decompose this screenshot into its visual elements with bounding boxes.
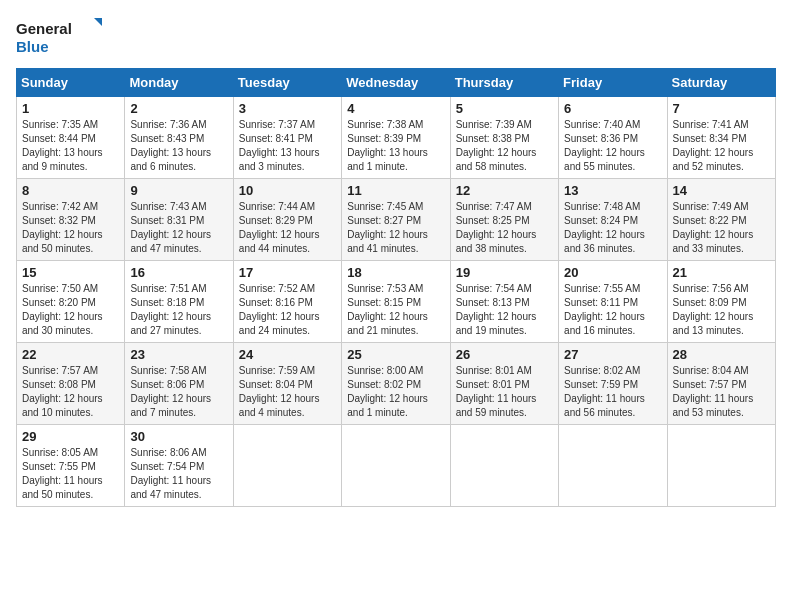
table-row: 4Sunrise: 7:38 AMSunset: 8:39 PMDaylight… xyxy=(342,97,450,179)
day-number: 3 xyxy=(239,101,336,116)
cell-info: Sunrise: 7:52 AMSunset: 8:16 PMDaylight:… xyxy=(239,282,336,338)
table-row xyxy=(667,425,775,507)
table-row: 6Sunrise: 7:40 AMSunset: 8:36 PMDaylight… xyxy=(559,97,667,179)
cell-info: Sunrise: 7:44 AMSunset: 8:29 PMDaylight:… xyxy=(239,200,336,256)
table-row: 8Sunrise: 7:42 AMSunset: 8:32 PMDaylight… xyxy=(17,179,125,261)
day-number: 13 xyxy=(564,183,661,198)
table-row: 21Sunrise: 7:56 AMSunset: 8:09 PMDayligh… xyxy=(667,261,775,343)
dow-saturday: Saturday xyxy=(667,69,775,97)
day-number: 10 xyxy=(239,183,336,198)
table-row xyxy=(342,425,450,507)
day-number: 14 xyxy=(673,183,770,198)
day-number: 26 xyxy=(456,347,553,362)
cell-info: Sunrise: 8:04 AMSunset: 7:57 PMDaylight:… xyxy=(673,364,770,420)
dow-tuesday: Tuesday xyxy=(233,69,341,97)
cell-info: Sunrise: 7:38 AMSunset: 8:39 PMDaylight:… xyxy=(347,118,444,174)
table-row: 28Sunrise: 8:04 AMSunset: 7:57 PMDayligh… xyxy=(667,343,775,425)
week-row-2: 8Sunrise: 7:42 AMSunset: 8:32 PMDaylight… xyxy=(17,179,776,261)
cell-info: Sunrise: 7:54 AMSunset: 8:13 PMDaylight:… xyxy=(456,282,553,338)
table-row: 12Sunrise: 7:47 AMSunset: 8:25 PMDayligh… xyxy=(450,179,558,261)
dow-monday: Monday xyxy=(125,69,233,97)
table-row: 7Sunrise: 7:41 AMSunset: 8:34 PMDaylight… xyxy=(667,97,775,179)
cell-info: Sunrise: 7:43 AMSunset: 8:31 PMDaylight:… xyxy=(130,200,227,256)
table-row: 24Sunrise: 7:59 AMSunset: 8:04 PMDayligh… xyxy=(233,343,341,425)
cell-info: Sunrise: 7:41 AMSunset: 8:34 PMDaylight:… xyxy=(673,118,770,174)
cell-info: Sunrise: 7:40 AMSunset: 8:36 PMDaylight:… xyxy=(564,118,661,174)
cell-info: Sunrise: 7:58 AMSunset: 8:06 PMDaylight:… xyxy=(130,364,227,420)
cell-info: Sunrise: 7:45 AMSunset: 8:27 PMDaylight:… xyxy=(347,200,444,256)
day-number: 22 xyxy=(22,347,119,362)
cell-info: Sunrise: 7:59 AMSunset: 8:04 PMDaylight:… xyxy=(239,364,336,420)
week-row-5: 29Sunrise: 8:05 AMSunset: 7:55 PMDayligh… xyxy=(17,425,776,507)
table-row: 3Sunrise: 7:37 AMSunset: 8:41 PMDaylight… xyxy=(233,97,341,179)
cell-info: Sunrise: 8:06 AMSunset: 7:54 PMDaylight:… xyxy=(130,446,227,502)
logo: General Blue xyxy=(16,16,106,56)
dow-sunday: Sunday xyxy=(17,69,125,97)
day-number: 30 xyxy=(130,429,227,444)
dow-thursday: Thursday xyxy=(450,69,558,97)
table-row: 1Sunrise: 7:35 AMSunset: 8:44 PMDaylight… xyxy=(17,97,125,179)
table-row: 29Sunrise: 8:05 AMSunset: 7:55 PMDayligh… xyxy=(17,425,125,507)
day-number: 4 xyxy=(347,101,444,116)
day-number: 16 xyxy=(130,265,227,280)
table-row: 19Sunrise: 7:54 AMSunset: 8:13 PMDayligh… xyxy=(450,261,558,343)
cell-info: Sunrise: 8:02 AMSunset: 7:59 PMDaylight:… xyxy=(564,364,661,420)
day-number: 19 xyxy=(456,265,553,280)
calendar-table: SundayMondayTuesdayWednesdayThursdayFrid… xyxy=(16,68,776,507)
table-row xyxy=(450,425,558,507)
table-row: 2Sunrise: 7:36 AMSunset: 8:43 PMDaylight… xyxy=(125,97,233,179)
table-row: 23Sunrise: 7:58 AMSunset: 8:06 PMDayligh… xyxy=(125,343,233,425)
table-row: 27Sunrise: 8:02 AMSunset: 7:59 PMDayligh… xyxy=(559,343,667,425)
day-number: 1 xyxy=(22,101,119,116)
table-row xyxy=(233,425,341,507)
cell-info: Sunrise: 7:42 AMSunset: 8:32 PMDaylight:… xyxy=(22,200,119,256)
table-row: 30Sunrise: 8:06 AMSunset: 7:54 PMDayligh… xyxy=(125,425,233,507)
table-row: 18Sunrise: 7:53 AMSunset: 8:15 PMDayligh… xyxy=(342,261,450,343)
cell-info: Sunrise: 7:36 AMSunset: 8:43 PMDaylight:… xyxy=(130,118,227,174)
table-row xyxy=(559,425,667,507)
week-row-3: 15Sunrise: 7:50 AMSunset: 8:20 PMDayligh… xyxy=(17,261,776,343)
table-row: 26Sunrise: 8:01 AMSunset: 8:01 PMDayligh… xyxy=(450,343,558,425)
day-number: 9 xyxy=(130,183,227,198)
svg-marker-3 xyxy=(94,18,102,26)
cell-info: Sunrise: 8:01 AMSunset: 8:01 PMDaylight:… xyxy=(456,364,553,420)
day-number: 27 xyxy=(564,347,661,362)
day-number: 5 xyxy=(456,101,553,116)
cell-info: Sunrise: 8:05 AMSunset: 7:55 PMDaylight:… xyxy=(22,446,119,502)
table-row: 17Sunrise: 7:52 AMSunset: 8:16 PMDayligh… xyxy=(233,261,341,343)
table-row: 14Sunrise: 7:49 AMSunset: 8:22 PMDayligh… xyxy=(667,179,775,261)
table-row: 5Sunrise: 7:39 AMSunset: 8:38 PMDaylight… xyxy=(450,97,558,179)
day-number: 6 xyxy=(564,101,661,116)
day-number: 21 xyxy=(673,265,770,280)
cell-info: Sunrise: 7:49 AMSunset: 8:22 PMDaylight:… xyxy=(673,200,770,256)
cell-info: Sunrise: 7:48 AMSunset: 8:24 PMDaylight:… xyxy=(564,200,661,256)
day-number: 11 xyxy=(347,183,444,198)
cell-info: Sunrise: 7:55 AMSunset: 8:11 PMDaylight:… xyxy=(564,282,661,338)
day-number: 25 xyxy=(347,347,444,362)
dow-wednesday: Wednesday xyxy=(342,69,450,97)
svg-text:General: General xyxy=(16,20,72,37)
cell-info: Sunrise: 7:53 AMSunset: 8:15 PMDaylight:… xyxy=(347,282,444,338)
cell-info: Sunrise: 7:50 AMSunset: 8:20 PMDaylight:… xyxy=(22,282,119,338)
day-number: 7 xyxy=(673,101,770,116)
cell-info: Sunrise: 7:47 AMSunset: 8:25 PMDaylight:… xyxy=(456,200,553,256)
dow-friday: Friday xyxy=(559,69,667,97)
day-number: 2 xyxy=(130,101,227,116)
cell-info: Sunrise: 7:37 AMSunset: 8:41 PMDaylight:… xyxy=(239,118,336,174)
page-header: General Blue xyxy=(16,16,776,56)
cell-info: Sunrise: 7:39 AMSunset: 8:38 PMDaylight:… xyxy=(456,118,553,174)
table-row: 15Sunrise: 7:50 AMSunset: 8:20 PMDayligh… xyxy=(17,261,125,343)
day-number: 24 xyxy=(239,347,336,362)
week-row-1: 1Sunrise: 7:35 AMSunset: 8:44 PMDaylight… xyxy=(17,97,776,179)
table-row: 9Sunrise: 7:43 AMSunset: 8:31 PMDaylight… xyxy=(125,179,233,261)
table-row: 22Sunrise: 7:57 AMSunset: 8:08 PMDayligh… xyxy=(17,343,125,425)
logo-svg: General Blue xyxy=(16,16,106,56)
cell-info: Sunrise: 8:00 AMSunset: 8:02 PMDaylight:… xyxy=(347,364,444,420)
calendar-body: 1Sunrise: 7:35 AMSunset: 8:44 PMDaylight… xyxy=(17,97,776,507)
day-number: 15 xyxy=(22,265,119,280)
svg-text:Blue: Blue xyxy=(16,38,49,55)
day-number: 20 xyxy=(564,265,661,280)
table-row: 20Sunrise: 7:55 AMSunset: 8:11 PMDayligh… xyxy=(559,261,667,343)
week-row-4: 22Sunrise: 7:57 AMSunset: 8:08 PMDayligh… xyxy=(17,343,776,425)
table-row: 13Sunrise: 7:48 AMSunset: 8:24 PMDayligh… xyxy=(559,179,667,261)
